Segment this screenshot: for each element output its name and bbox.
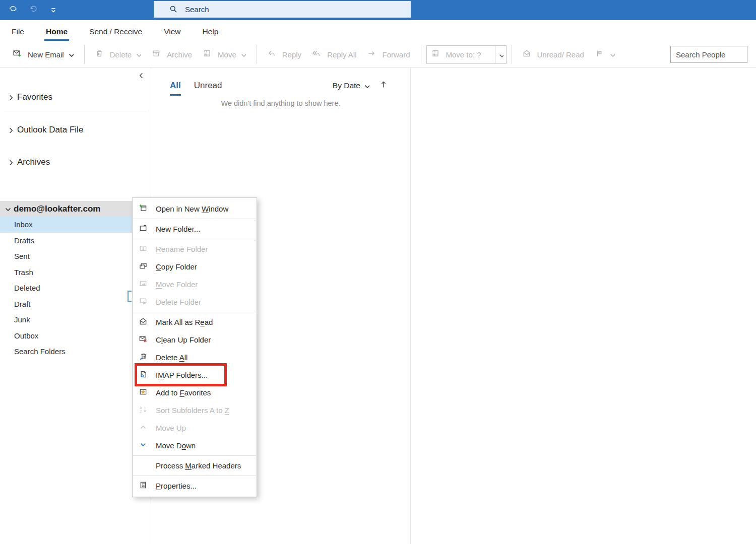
sync-icon[interactable] [9, 5, 20, 16]
folder-delete-icon [139, 297, 149, 307]
folder-search-folders[interactable]: Search Folders [0, 344, 151, 360]
archive-button[interactable]: Archive [147, 44, 198, 64]
menu-item-label: IMAP Folders... [156, 371, 208, 379]
toolbar-separator [421, 45, 421, 64]
folder-rename-icon [139, 244, 149, 254]
menu-item-label: Delete All [156, 353, 187, 362]
delete-button[interactable]: Delete [90, 44, 147, 64]
sidebar-group-label: Archives [17, 157, 50, 167]
menu-item-label: Clean Up Folder [156, 335, 211, 344]
sidebar-group-archives[interactable]: Archives [0, 154, 151, 170]
ribbon-tab-view[interactable]: View [162, 22, 182, 40]
ribbon-tab-home[interactable]: Home [44, 22, 69, 40]
empty-state-text: We didn't find anything to show here. [151, 99, 410, 107]
new-email-button[interactable]: New Email [8, 44, 79, 64]
sort-direction-button[interactable] [380, 81, 388, 91]
menu-item-delete-all[interactable]: Delete All [133, 349, 257, 366]
folder-drafts[interactable]: Drafts [0, 233, 151, 249]
menu-separator [133, 455, 256, 456]
menu-item-properties[interactable]: Properties... [133, 477, 257, 495]
menu-item-copy-folder[interactable]: Copy Folder [133, 258, 257, 276]
menu-item-move-up: Move Up [133, 419, 257, 437]
reply-all-button[interactable]: Reply All [307, 44, 362, 64]
ribbon-tab-file[interactable]: File [10, 22, 26, 40]
menu-item-label: Open in New Window [156, 205, 228, 213]
menu-item-open-in-new-window[interactable]: Open in New Window [133, 200, 257, 218]
folder-inbox[interactable]: Inbox [0, 217, 151, 233]
folder-label: Search Folders [14, 347, 66, 356]
collapse-sidebar-icon[interactable] [137, 72, 144, 78]
folder-label: Deleted [14, 284, 40, 292]
filter-tab-unread[interactable]: Unread [194, 81, 222, 91]
menu-item-move-down[interactable]: Move Down [133, 437, 257, 454]
menu-separator [133, 239, 256, 239]
menu-separator [133, 475, 256, 476]
filter-tab-all[interactable]: All [170, 81, 181, 96]
menu-item-label: Sort Subfolders A to Z [156, 406, 229, 415]
reply-icon [268, 49, 278, 59]
menu-item-mark-all-as-read[interactable]: Mark All as Read [133, 313, 257, 331]
mail-open-icon [523, 49, 533, 59]
customize-quick-access-icon[interactable] [49, 6, 57, 14]
ribbon-tab-help[interactable]: Help [201, 22, 220, 40]
menu-item-sort-subfolders-a-to-z: Sort Subfolders A to Z [133, 401, 257, 419]
menu-separator [133, 219, 256, 219]
sidebar-group-favorites[interactable]: Favorites [0, 89, 151, 105]
reading-pane [411, 67, 756, 544]
menu-item-add-to-favorites[interactable]: Add to Favorites [133, 384, 257, 401]
folder-label: Outbox [14, 331, 38, 340]
move-page-icon [431, 49, 442, 59]
sort-by-label: By Date [333, 81, 360, 90]
menu-item-delete-folder: Delete Folder [133, 293, 257, 311]
menu-item-process-marked-headers[interactable]: Process Marked Headers [133, 457, 257, 474]
menu-item-imap-folders[interactable]: IMAP Folders... [133, 366, 257, 384]
chevron-down-icon [4, 206, 11, 212]
move-button[interactable]: Move [198, 44, 251, 64]
ribbon-tabs: FileHomeSend / ReceiveViewHelp [0, 20, 756, 42]
folder-sidebar: FavoritesOutlook Data FileArchives demo@… [0, 67, 151, 544]
ribbon-tab-send-receive[interactable]: Send / Receive [88, 22, 144, 40]
folder-label: Sent [14, 252, 30, 260]
sort-az-icon [139, 405, 149, 416]
chevron-down-icon [240, 51, 246, 57]
window-plus-icon [139, 204, 149, 214]
global-search-box[interactable]: Search [154, 1, 411, 18]
sort-by-dropdown[interactable]: By Date [333, 81, 369, 90]
undo-icon[interactable] [29, 5, 40, 16]
move-page-icon [203, 49, 213, 59]
new-email-label: New Email [28, 50, 64, 59]
properties-icon [139, 481, 149, 491]
menu-item-new-folder[interactable]: New Folder... [133, 220, 257, 238]
sidebar-group-outlook-data-file[interactable]: Outlook Data File [0, 121, 151, 138]
titlebar: Search [0, 0, 756, 20]
reply-button[interactable]: Reply [262, 44, 307, 64]
menu-item-rename-folder: Rename Folder [133, 240, 257, 258]
folder-outbox[interactable]: Outbox [0, 328, 151, 344]
outlook-window: Search FileHomeSend / ReceiveViewHelp Ne… [0, 0, 756, 544]
chevron-down-icon [135, 51, 141, 57]
message-list-header: All Unread By Date [151, 67, 410, 91]
folder-icon [139, 224, 149, 234]
menu-item-label: Copy Folder [156, 262, 197, 271]
unread-read-button[interactable]: Unread/ Read [517, 44, 590, 64]
archive-label: Archive [167, 50, 192, 59]
folder-label: Trash [14, 268, 33, 277]
folder-junk[interactable]: Junk [0, 312, 151, 328]
stray-bracket [128, 291, 132, 302]
forward-button[interactable]: Forward [362, 44, 415, 64]
chevron-right-icon [7, 126, 14, 133]
search-people[interactable] [670, 46, 747, 63]
folder-trash[interactable]: Trash [0, 264, 151, 281]
mail-plus-icon [13, 49, 23, 59]
arrow-up-icon [380, 81, 388, 89]
move-to-combo[interactable]: Move to: ? [426, 45, 507, 64]
folder-sent[interactable]: Sent [0, 248, 151, 264]
doc-gear-icon [139, 370, 149, 380]
account-header[interactable]: demo@lookafter.com [0, 201, 151, 217]
folder-label: Draft [14, 300, 31, 308]
follow-up-button[interactable] [590, 44, 620, 64]
chevron-right-icon [7, 159, 14, 165]
menu-item-clean-up-folder[interactable]: Clean Up Folder [133, 331, 257, 349]
menu-item-label: Delete Folder [156, 298, 201, 306]
reply-label: Reply [282, 50, 301, 59]
